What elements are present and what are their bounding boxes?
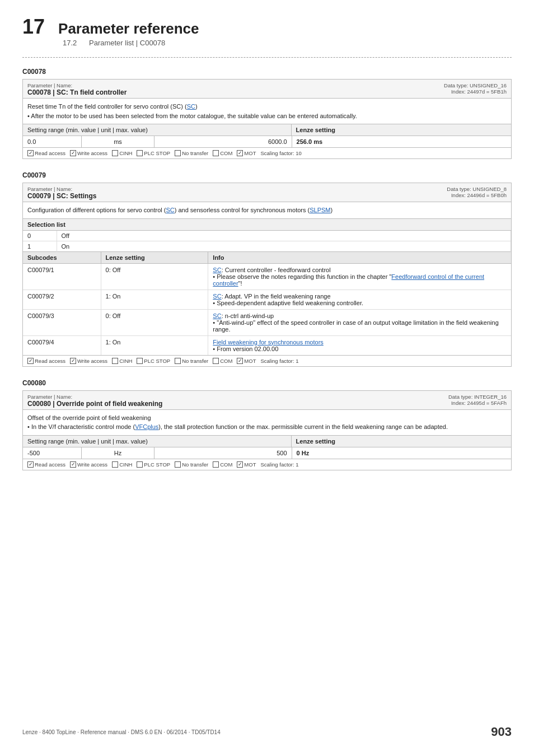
checkbox-read-c00079 [27, 358, 34, 364]
max-val-c00078: 6000.0 [154, 136, 291, 147]
subcode-2: C00079/2 [23, 290, 101, 309]
min-val-c00080: -500 [23, 447, 82, 459]
section-c00078-label: C00078 [22, 68, 512, 76]
feedforward-link[interactable]: Feedforward control of the current contr… [213, 273, 484, 287]
subcode-1: C00079/1 [23, 264, 101, 290]
checkbox-mot-c00079 [237, 358, 243, 364]
checkbox-read-c00080 [27, 461, 34, 468]
param-desc-c00080: Offset of the override point of field we… [23, 410, 511, 436]
checkbox-mot-c00080 [237, 461, 243, 468]
checkbox-com-c00080 [213, 461, 219, 468]
subcodes-col-header: Subcodes [23, 252, 101, 263]
setting-label-c00080: Setting range (min. value | unit | max. … [23, 436, 292, 447]
section-title: Parameter list | C00078 [89, 39, 165, 47]
subcode-row-1: C00079/1 0: Off SC: Current controller -… [23, 264, 511, 290]
lenze-val-c00078: 256.0 ms [292, 136, 511, 147]
subcodes-header-row: Subcodes Lenze setting Info [23, 252, 511, 264]
checkbox-write-c00078 [70, 150, 76, 156]
unit-c00078: ms [82, 136, 155, 147]
page-footer: Lenze · 8400 TopLine · Reference manual … [0, 725, 534, 739]
setting-row-c00080: Setting range (min. value | unit | max. … [23, 436, 511, 447]
sc-link-c00079[interactable]: SC [166, 207, 174, 213]
param-desc-c00078: Reset time Tn of the field controller fo… [23, 99, 511, 124]
chapter-title: Parameter reference [58, 20, 199, 38]
subcode-4: C00079/4 [23, 336, 101, 355]
unit-c00080: Hz [82, 447, 155, 459]
section-c00079-label: C00079 [22, 171, 512, 179]
param-header-c00078: Parameter | Name: C00078 | SC: Tn field … [23, 80, 511, 99]
lenze-label-c00080: Lenze setting [292, 436, 511, 447]
sc-link-2[interactable]: SC [213, 293, 221, 300]
setting-label-c00078: Setting range (min. value | unit | max. … [23, 124, 292, 136]
info-4: Field weakening for synchronous motors •… [208, 336, 511, 355]
checkbox-notransfer-c00080 [175, 461, 181, 468]
checkbox-read-c00078 [27, 150, 34, 156]
lenze-label-c00078: Lenze setting [292, 124, 511, 136]
checkbox-write-c00080 [70, 461, 76, 468]
sc-link-c00078[interactable]: SC [187, 103, 195, 110]
param-meta-c00079: Data type: UNSIGNED_8 Index: 24496d = 5F… [447, 186, 507, 198]
lenze-3: 0: Off [101, 310, 209, 335]
param-block-c00078: Parameter | Name: C00078 | SC: Tn field … [22, 79, 512, 159]
max-val-c00080: 500 [154, 447, 291, 459]
checkbox-write-c00079 [70, 358, 76, 364]
slpsm-link-c00079[interactable]: SLPSM [310, 207, 330, 213]
subcode-row-4: C00079/4 1: On Field weakening for synch… [23, 336, 511, 356]
lenze-1: 0: Off [101, 264, 209, 290]
access-row-c00079: Read access Write access CINH PLC STOP N… [23, 356, 511, 366]
checkbox-plcstop-c00080 [137, 461, 143, 468]
param-meta-c00080: Data type: INTEGER_16 Index: 24495d = 5F… [448, 394, 507, 406]
info-3: SC: n-ctrl anti-wind-up • "Anti-wind-up"… [208, 310, 511, 335]
param-block-c00079: Parameter | Name: C00079 | SC: Settings … [22, 183, 512, 367]
access-row-c00078: Read access Write access CINH PLC STOP N… [23, 148, 511, 158]
field-weakening-link[interactable]: Field weakening for synchronous motors [213, 339, 323, 346]
sc-link-3[interactable]: SC [213, 312, 221, 319]
subcode-row-2: C00079/2 1: On SC: Adapt. VP in the fiel… [23, 290, 511, 310]
page-header: 17 Parameter reference 17.2 Parameter li… [22, 17, 512, 47]
footer-text: Lenze · 8400 TopLine · Reference manual … [22, 729, 221, 735]
setting-row-c00078: Setting range (min. value | unit | max. … [23, 124, 511, 136]
checkbox-plcstop-c00079 [137, 358, 143, 364]
param-name-label-c00079: Parameter | Name: [27, 186, 96, 192]
lenze-col-header: Lenze setting [101, 252, 209, 263]
checkbox-cinh-c00080 [112, 461, 118, 468]
param-name-label-c00078: Parameter | Name: [27, 82, 127, 88]
info-2: SC: Adapt. VP in the field weakening ran… [208, 290, 511, 309]
setting-values-c00080: -500 Hz 500 0 Hz [23, 447, 511, 459]
min-val-c00078: 0.0 [23, 136, 82, 147]
setting-values-c00078: 0.0 ms 6000.0 256.0 ms [23, 136, 511, 148]
checkbox-cinh-c00079 [112, 358, 118, 364]
param-header-c00079: Parameter | Name: C00079 | SC: Settings … [23, 183, 511, 202]
info-col-header: Info [208, 252, 511, 263]
param-header-c00080: Parameter | Name: C00080 | Override poin… [23, 391, 511, 410]
lenze-4: 1: On [101, 336, 209, 355]
chapter-number: 17 [22, 17, 45, 37]
param-name-label-c00080: Parameter | Name: [27, 394, 162, 400]
section-number: 17.2 [63, 39, 77, 47]
info-1: SC: Current controller - feedforward con… [208, 264, 511, 290]
param-name-value-c00079: C00079 | SC: Settings [27, 192, 96, 200]
subcode-row-3: C00079/3 0: Off SC: n-ctrl anti-wind-up … [23, 310, 511, 336]
param-name-value-c00078: C00078 | SC: Tn field controller [27, 88, 127, 96]
param-name-value-c00080: C00080 | Override point of field weakeni… [27, 400, 162, 408]
checkbox-com-c00078 [213, 150, 219, 156]
checkbox-notransfer-c00079 [175, 358, 181, 364]
checkbox-com-c00079 [213, 358, 219, 364]
param-block-c00080: Parameter | Name: C00080 | Override poin… [22, 390, 512, 470]
lenze-2: 1: On [101, 290, 209, 309]
checkbox-mot-c00078 [237, 150, 243, 156]
vfcplus-link[interactable]: VFCplus [135, 423, 158, 430]
sc-link-1[interactable]: SC [213, 267, 221, 273]
section-c00080-label: C00080 [22, 379, 512, 387]
selection-table-c00079: 0 Off 1 On [23, 231, 511, 252]
lenze-val-c00080: 0 Hz [292, 447, 511, 459]
selection-header: Selection list [23, 219, 511, 231]
divider [22, 57, 512, 58]
subcode-3: C00079/3 [23, 310, 101, 335]
checkbox-cinh-c00078 [112, 150, 118, 156]
page-number: 903 [491, 725, 512, 739]
param-desc-c00079: Configuration of different options for s… [23, 202, 511, 219]
checkbox-plcstop-c00078 [137, 150, 143, 156]
checkbox-notransfer-c00078 [175, 150, 181, 156]
param-meta-c00078: Data type: UNSIGNED_16 Index: 24497d = 5… [444, 82, 507, 95]
